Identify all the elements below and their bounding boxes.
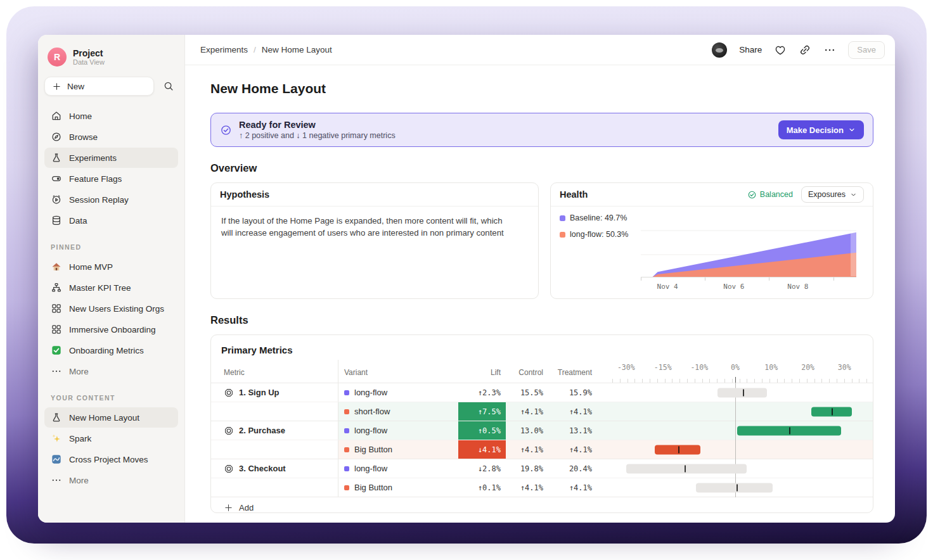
sidebar-item-label: Data xyxy=(69,216,87,226)
confidence-interval-cell xyxy=(612,421,873,440)
sidebar-item-session-replay[interactable]: Session Replay xyxy=(44,189,178,210)
variant-cell: long-flow xyxy=(338,459,458,478)
sidebar-item-experiments[interactable]: Experiments xyxy=(44,148,178,168)
review-status-banner: Ready for Review ↑ 2 positive and ↓ 1 ne… xyxy=(210,113,873,147)
table-row[interactable]: 2. Purchaselong-flow↑0.5%13.0%13.1% xyxy=(211,421,873,440)
balanced-badge: Balanced xyxy=(747,190,793,200)
sidebar-item-data[interactable]: Data xyxy=(44,210,178,231)
lift-axis: -30%-15%-10%0%10%20%30% xyxy=(612,360,873,383)
project-switcher[interactable]: R Project Data View xyxy=(44,48,178,67)
search-icon xyxy=(163,80,174,92)
column-treatment: Treatment xyxy=(548,368,597,383)
metric-cell[interactable]: 2. Purchase xyxy=(211,421,338,440)
table-row[interactable]: 3. Checkoutlong-flow↓2.8%19.8%20.4% xyxy=(211,459,873,478)
sidebar-item-browse[interactable]: Browse xyxy=(44,127,178,147)
metric-cell[interactable]: 3. Checkout xyxy=(211,459,338,478)
table-row[interactable]: short-flow↑7.5%↑4.1%↑4.1% xyxy=(211,402,873,421)
chevron-down-icon xyxy=(850,191,857,198)
browse-icon xyxy=(51,131,62,143)
sidebar-item-more[interactable]: More xyxy=(44,470,178,490)
sidebar-item-cross-project-moves[interactable]: Cross Project Moves xyxy=(44,449,178,469)
table-row[interactable]: Big Button↑0.1%↑4.1%↑4.1% xyxy=(211,478,873,497)
house-colored-icon xyxy=(51,261,62,272)
user-avatar[interactable] xyxy=(712,42,727,58)
variant-name: long-flow xyxy=(354,388,387,397)
variant-name: long-flow xyxy=(354,426,387,435)
metric-cell xyxy=(211,440,338,459)
toggle-icon xyxy=(51,173,62,184)
primary-metrics-rows: 1. Sign Uplong-flow↑2.3%15.5%15.9%short-… xyxy=(211,383,873,497)
legend-label: long-flow: 50.3% xyxy=(570,230,628,239)
sidebar-item-more[interactable]: More xyxy=(44,361,178,381)
more-options-icon[interactable] xyxy=(823,44,836,56)
point-estimate-mark xyxy=(678,446,679,453)
sidebar-your-content: New Home LayoutSparkCross Project MovesM… xyxy=(44,407,178,490)
new-button-label: New xyxy=(67,82,84,91)
exposures-axis-labels: Nov 4Nov 6Nov 8 xyxy=(641,282,856,291)
table-row[interactable]: Big Button↓4.1%↑4.1%↑4.1% xyxy=(211,440,873,459)
breadcrumb: Experiments / New Home Layout xyxy=(200,45,332,54)
make-decision-label: Make Decision xyxy=(787,125,844,135)
new-button[interactable]: New xyxy=(44,77,154,96)
sidebar-item-new-users-existing-orgs[interactable]: New Users Existing Orgs xyxy=(44,298,178,319)
confidence-interval-bar xyxy=(717,388,767,397)
legend-swatch xyxy=(560,232,565,238)
column-gap xyxy=(597,377,612,383)
wave-icon xyxy=(51,454,62,465)
favorite-heart-icon[interactable] xyxy=(774,44,787,56)
copy-link-icon[interactable] xyxy=(799,44,811,56)
confidence-interval-cell xyxy=(612,478,873,497)
variant-color-dot xyxy=(344,485,349,490)
grid-icon xyxy=(51,324,62,335)
sidebar-item-onboarding-metrics[interactable]: Onboarding Metrics xyxy=(44,340,178,360)
table-row[interactable]: 1. Sign Uplong-flow↑2.3%15.5%15.9% xyxy=(211,383,873,402)
sidebar-item-home-mvp[interactable]: Home MVP xyxy=(44,257,178,277)
axis-tick xyxy=(769,277,769,281)
project-name: Project xyxy=(73,48,105,58)
sidebar-item-new-home-layout[interactable]: New Home Layout xyxy=(44,407,178,428)
banner-subtitle: ↑ 2 positive and ↓ 1 negative primary me… xyxy=(239,131,396,140)
sidebar-item-label: Home xyxy=(69,111,92,121)
point-estimate-mark xyxy=(832,408,833,415)
page-background-frame: R Project Data View New HomeBrowseExperi… xyxy=(6,6,927,544)
axis-tick xyxy=(833,277,834,281)
sidebar-item-spark[interactable]: Spark xyxy=(44,428,178,449)
sidebar-item-label: New Users Existing Orgs xyxy=(69,304,164,314)
sidebar-item-label: Session Replay xyxy=(69,195,129,205)
database-icon xyxy=(51,215,62,226)
lift-axis-label: 20% xyxy=(801,363,814,372)
spacer-cell xyxy=(597,478,612,497)
breadcrumb-experiments[interactable]: Experiments xyxy=(200,45,248,54)
column-control: Control xyxy=(506,368,548,383)
metric-name: 1. Sign Up xyxy=(239,388,280,397)
sidebar-item-label: Browse xyxy=(69,132,98,142)
exposures-axis-ticks xyxy=(641,277,856,282)
spacer-cell xyxy=(597,459,612,478)
metric-name: 2. Purchase xyxy=(239,426,285,435)
variant-cell: short-flow xyxy=(338,402,458,421)
save-button[interactable]: Save xyxy=(848,41,885,59)
home-icon xyxy=(51,110,62,122)
sidebar-item-feature-flags[interactable]: Feature Flags xyxy=(44,169,178,189)
lift-value: ↑2.3% xyxy=(458,383,506,402)
share-button[interactable]: Share xyxy=(739,45,762,54)
metric-cell xyxy=(211,402,338,421)
lift-axis-label: 0% xyxy=(731,363,740,372)
plus-icon xyxy=(224,503,233,512)
breadcrumb-separator: / xyxy=(254,45,256,54)
control-value: ↑4.1% xyxy=(506,478,548,497)
sidebar: R Project Data View New HomeBrowseExperi… xyxy=(38,35,185,523)
make-decision-button[interactable]: Make Decision xyxy=(778,120,864,139)
sidebar-item-immersive-onboarding[interactable]: Immersive Onboarding xyxy=(44,319,178,340)
lift-axis-label: -10% xyxy=(690,363,708,372)
metric-cell[interactable]: 1. Sign Up xyxy=(211,383,338,402)
confidence-interval-cell xyxy=(612,402,873,421)
variant-name: short-flow xyxy=(354,407,390,416)
hypothesis-text: If the layout of the Home Page is expand… xyxy=(211,207,523,247)
sidebar-item-home[interactable]: Home xyxy=(44,106,178,126)
exposures-dropdown[interactable]: Exposures xyxy=(801,186,864,203)
sidebar-item-master-kpi-tree[interactable]: Master KPI Tree xyxy=(44,277,178,298)
search-button[interactable] xyxy=(159,77,178,96)
column-metric: Metric xyxy=(211,360,338,383)
add-metric-button[interactable]: Add xyxy=(211,497,873,518)
